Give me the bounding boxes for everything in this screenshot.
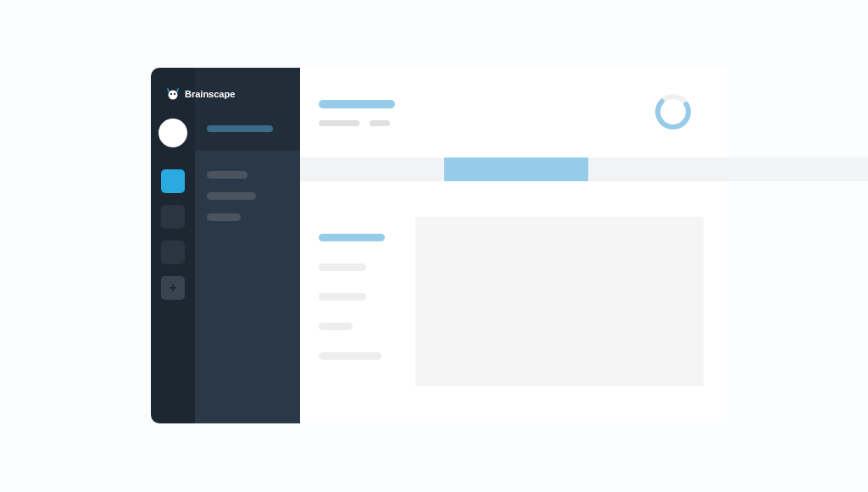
- page-meta: [319, 120, 395, 126]
- tabs-bar: [300, 158, 868, 181]
- list-item[interactable]: [319, 293, 366, 301]
- tab-3[interactable]: [588, 158, 732, 181]
- page-title: [319, 100, 395, 108]
- tab-2[interactable]: [444, 158, 588, 181]
- svg-point-1: [170, 93, 172, 95]
- nav-tile-3[interactable]: [161, 240, 185, 264]
- nav-tile-1[interactable]: [161, 169, 185, 193]
- sidebar-header-item[interactable]: [207, 125, 273, 132]
- sidebar-panel: [195, 68, 300, 423]
- meta-text: [370, 120, 390, 126]
- content-panel: [415, 217, 704, 386]
- list-item[interactable]: [319, 263, 366, 271]
- brand-name: Brainscape: [185, 89, 235, 99]
- meta-text: [319, 120, 359, 126]
- tab-4[interactable]: [732, 158, 868, 181]
- add-button[interactable]: +: [161, 276, 185, 300]
- list-item[interactable]: [319, 352, 381, 360]
- app-window: Brainscape +: [151, 68, 727, 423]
- progress-ring: [653, 91, 693, 135]
- section-title: [319, 234, 385, 241]
- avatar[interactable]: [159, 119, 187, 147]
- list-item[interactable]: [319, 323, 353, 330]
- brainscape-logo-icon: [166, 87, 180, 101]
- main-content: [300, 68, 727, 423]
- svg-point-2: [174, 93, 175, 95]
- sidebar-list: [195, 151, 300, 241]
- content-section: [319, 234, 385, 360]
- tab-1[interactable]: [300, 158, 444, 181]
- sidebar-rail: +: [151, 68, 195, 423]
- sidebar-item[interactable]: [207, 192, 256, 200]
- sidebar-item[interactable]: [207, 171, 248, 179]
- content-list: [319, 263, 385, 360]
- svg-point-0: [169, 91, 178, 100]
- brand-logo[interactable]: Brainscape: [158, 80, 235, 108]
- plus-icon: +: [169, 280, 176, 296]
- page-header: [319, 100, 395, 126]
- nav-tile-2[interactable]: [161, 205, 185, 229]
- sidebar-item[interactable]: [207, 213, 241, 221]
